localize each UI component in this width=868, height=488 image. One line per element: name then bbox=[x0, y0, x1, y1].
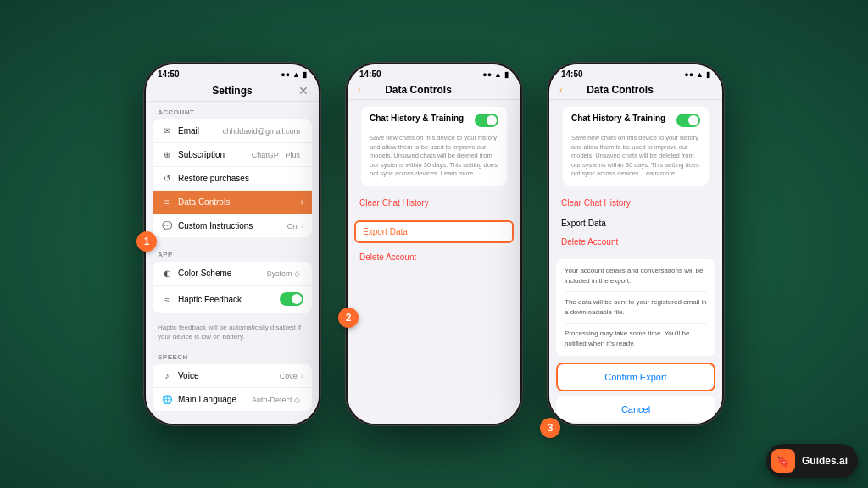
toggle-container-3: Chat History & Training Save new chats o… bbox=[556, 107, 715, 186]
app-list: ◐ Color Scheme System ◇ ≈ Haptic Feedbac… bbox=[153, 262, 312, 313]
screen-content-1: ACCOUNT ✉ Email chhddavid@gmail.com ⊕ Su… bbox=[146, 102, 319, 424]
speech-list: ♪ Voice Cove › 🌐 Main Language Auto-Dete… bbox=[153, 364, 312, 411]
battery-icon: ▮ bbox=[303, 70, 307, 79]
chat-history-toggle-3[interactable] bbox=[676, 114, 700, 127]
voice-icon: ♪ bbox=[161, 371, 173, 380]
data-controls-screen-3: Chat History & Training Save new chats o… bbox=[549, 100, 722, 424]
status-bar-1: 14:50 ●● ▲ ▮ bbox=[146, 64, 319, 80]
cancel-btn[interactable]: Cancel bbox=[556, 396, 715, 422]
phone-3: 3 14:50 ●● ▲ ▮ ‹ Data Controls Chat Hist bbox=[547, 62, 725, 426]
nav-title-1: Settings bbox=[207, 85, 258, 97]
signal-icon: ●● bbox=[281, 70, 290, 79]
toggle-desc-3: Save new chats on this device to your hi… bbox=[563, 134, 709, 186]
color-scheme-item[interactable]: ◐ Color Scheme System ◇ bbox=[153, 262, 312, 286]
email-value: chhddavid@gmail.com bbox=[223, 127, 300, 136]
phone-shell-1: 14:50 ●● ▲ ▮ Settings ✕ ACCOUNT ✉ Ema bbox=[143, 62, 321, 426]
voice-label: Voice bbox=[178, 371, 280, 380]
data-controls-chevron: › bbox=[301, 197, 303, 207]
custom-instructions-item[interactable]: 💬 Custom Instructions On › bbox=[153, 214, 312, 237]
delete-account-link-2[interactable]: Delete Account bbox=[348, 247, 520, 268]
custom-instructions-chevron: › bbox=[301, 221, 303, 230]
haptic-label: Haptic Feedback bbox=[178, 295, 280, 304]
step-badge-3: 3 bbox=[540, 418, 560, 438]
main-language-item[interactable]: 🌐 Main Language Auto-Detect ◇ bbox=[153, 388, 312, 411]
delete-account-link-3[interactable]: Delete Account bbox=[549, 231, 722, 252]
chat-history-toggle-row-3: Chat History & Training bbox=[563, 107, 709, 134]
language-desc: For best results, select the language yo… bbox=[146, 418, 319, 424]
chat-history-toggle-row-2: Chat History & Training bbox=[361, 107, 507, 134]
section-header-app: APP bbox=[146, 244, 319, 262]
wifi-icon: ▲ bbox=[292, 70, 300, 79]
subscription-item[interactable]: ⊕ Subscription ChatGPT Plus bbox=[153, 143, 312, 167]
restore-label: Restore purchases bbox=[178, 174, 303, 183]
wifi-icon-3: ▲ bbox=[696, 70, 704, 79]
phone-screen-2: 14:50 ●● ▲ ▮ ‹ Data Controls Chat Histor… bbox=[348, 64, 520, 424]
voice-item[interactable]: ♪ Voice Cove › bbox=[153, 364, 312, 388]
haptic-feedback-item[interactable]: ≈ Haptic Feedback bbox=[153, 286, 312, 313]
step-badge-2: 2 bbox=[338, 308, 359, 328]
export-info-2: The data will be sent to your registered… bbox=[565, 297, 707, 324]
nav-title-3: Data Controls bbox=[563, 84, 678, 96]
chat-history-toggle-2[interactable] bbox=[475, 114, 498, 127]
language-label: Main Language bbox=[178, 395, 252, 404]
export-info-3: Processing may take some time. You'll be… bbox=[565, 329, 707, 349]
color-scheme-value: System ◇ bbox=[266, 269, 300, 278]
chat-history-label-3: Chat History & Training bbox=[571, 114, 676, 123]
section-header-account: ACCOUNT bbox=[146, 102, 319, 119]
nav-bar-3: ‹ Data Controls bbox=[549, 80, 722, 100]
language-value: Auto-Detect ◇ bbox=[252, 396, 300, 404]
status-icons-2: ●● ▲ ▮ bbox=[482, 70, 509, 79]
data-controls-label: Data Controls bbox=[178, 197, 301, 207]
status-icons-3: ●● ▲ ▮ bbox=[684, 70, 710, 79]
email-item[interactable]: ✉ Email chhddavid@gmail.com bbox=[153, 119, 312, 143]
guides-label: Guides.ai bbox=[802, 455, 848, 467]
battery-icon-2: ▮ bbox=[504, 70, 509, 79]
phone-screen-3: 14:50 ●● ▲ ▮ ‹ Data Controls Chat Histor… bbox=[549, 64, 722, 424]
toggle-desc-2: Save new chats on this device to your hi… bbox=[361, 134, 507, 186]
signal-icon-3: ●● bbox=[684, 70, 693, 79]
custom-instructions-icon: 💬 bbox=[161, 221, 173, 230]
nav-bar-1: Settings ✕ bbox=[146, 80, 319, 102]
battery-icon-3: ▮ bbox=[706, 70, 710, 79]
nav-bar-2: ‹ Data Controls bbox=[348, 80, 520, 100]
guides-icon: 🔖 bbox=[771, 449, 795, 473]
clear-history-link-2[interactable]: Clear Chat History bbox=[348, 192, 520, 214]
account-list: ✉ Email chhddavid@gmail.com ⊕ Subscripti… bbox=[153, 119, 312, 237]
subscription-label: Subscription bbox=[178, 150, 252, 159]
close-icon-1[interactable]: ✕ bbox=[258, 84, 309, 97]
export-info-box: Your account details and conversations w… bbox=[556, 259, 715, 356]
language-icon: 🌐 bbox=[161, 395, 173, 404]
data-controls-icon: ≡ bbox=[161, 197, 173, 207]
time-2: 14:50 bbox=[359, 69, 381, 79]
color-scheme-label: Color Scheme bbox=[178, 269, 266, 278]
nav-title-2: Data Controls bbox=[361, 84, 476, 96]
haptic-icon: ≈ bbox=[161, 295, 173, 304]
toggle-container-2: Chat History & Training Save new chats o… bbox=[354, 107, 514, 186]
status-bar-3: 14:50 ●● ▲ ▮ bbox=[549, 64, 722, 80]
export-data-label-3: Export Data bbox=[549, 219, 722, 228]
chat-history-label-2: Chat History & Training bbox=[370, 114, 475, 123]
phone-shell-3: 14:50 ●● ▲ ▮ ‹ Data Controls Chat Histor… bbox=[547, 62, 725, 426]
phone-shell-2: 14:50 ●● ▲ ▮ ‹ Data Controls Chat Histor… bbox=[345, 62, 523, 426]
status-icons-1: ●● ▲ ▮ bbox=[281, 70, 307, 79]
time-3: 14:50 bbox=[561, 69, 583, 79]
subscription-value: ChatGPT Plus bbox=[252, 151, 300, 159]
haptic-toggle[interactable] bbox=[280, 292, 303, 306]
phone-screen-1: 14:50 ●● ▲ ▮ Settings ✕ ACCOUNT ✉ Ema bbox=[146, 64, 319, 424]
data-controls-item[interactable]: ≡ Data Controls › bbox=[153, 191, 312, 214]
confirm-export-btn[interactable]: Confirm Export bbox=[556, 363, 715, 391]
phone-2: 2 14:50 ●● ▲ ▮ ‹ Data Controls Chat Hist bbox=[345, 62, 523, 426]
voice-chevron: › bbox=[301, 371, 303, 380]
section-header-speech: SPEECH bbox=[146, 347, 319, 364]
data-controls-screen-2: Chat History & Training Save new chats o… bbox=[348, 100, 520, 424]
phone-1: 1 14:50 ●● ▲ ▮ Settings ✕ ACCOUNT bbox=[143, 62, 321, 426]
time-1: 14:50 bbox=[158, 69, 180, 79]
status-bar-2: 14:50 ●● ▲ ▮ bbox=[348, 64, 520, 80]
email-icon: ✉ bbox=[161, 126, 173, 136]
clear-history-link-3[interactable]: Clear Chat History bbox=[549, 192, 722, 214]
guides-badge[interactable]: 🔖 Guides.ai bbox=[766, 444, 858, 478]
restore-icon: ↺ bbox=[161, 174, 173, 183]
signal-icon-2: ●● bbox=[482, 70, 492, 79]
restore-purchases-item[interactable]: ↺ Restore purchases bbox=[153, 167, 312, 191]
export-data-highlighted[interactable]: Export Data bbox=[354, 220, 514, 243]
